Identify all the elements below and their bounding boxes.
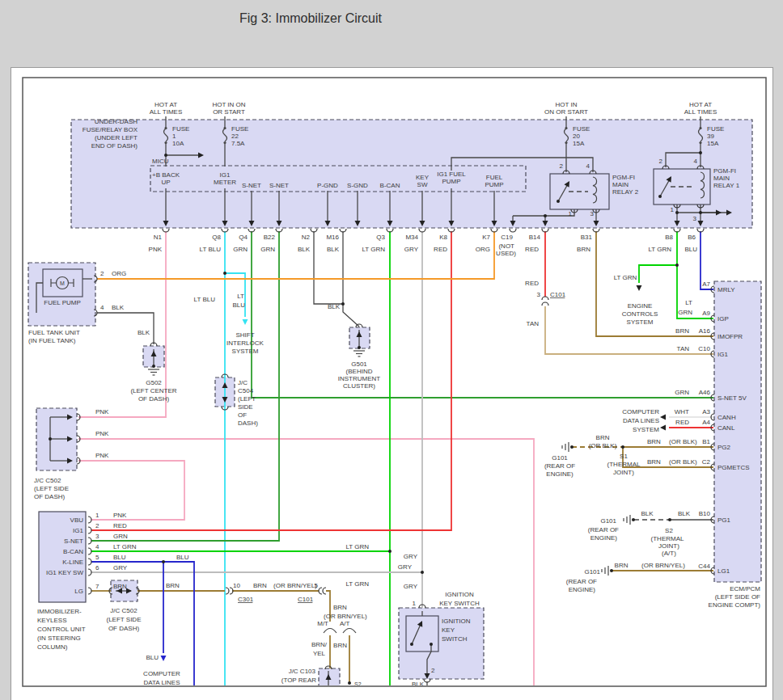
label: OF DASH) bbox=[108, 625, 140, 632]
junction-dot bbox=[675, 264, 679, 267]
label: 2 bbox=[659, 158, 663, 165]
label: KEY SWITCH bbox=[439, 600, 480, 607]
fuse-dot bbox=[699, 127, 701, 129]
junction-dot bbox=[544, 214, 547, 217]
label: LT GRN bbox=[362, 246, 385, 253]
label: IG1 KEY SW bbox=[46, 569, 84, 576]
label: 20 bbox=[573, 133, 580, 140]
label: B10 bbox=[699, 510, 711, 517]
label: RELAY 1 bbox=[713, 182, 740, 189]
label: SIDE bbox=[238, 403, 253, 411]
label: DATA LINES bbox=[623, 417, 659, 424]
label: SW bbox=[417, 181, 428, 188]
label: S-NET 5V bbox=[717, 394, 747, 402]
label: SYSTEM bbox=[633, 426, 659, 433]
label: KEY bbox=[416, 174, 430, 181]
label: S-GND bbox=[347, 182, 368, 189]
label: 15A bbox=[573, 140, 585, 147]
label: J/C C502 bbox=[34, 477, 61, 484]
label: IG1 FUEL bbox=[437, 171, 466, 178]
label: 1 bbox=[413, 600, 417, 607]
label: GRN bbox=[233, 246, 248, 253]
label: (OR BRN/YEL) bbox=[641, 562, 685, 569]
label: A9 bbox=[702, 310, 710, 317]
label: (LEFT CENTER bbox=[130, 387, 176, 394]
label: BRN bbox=[596, 434, 610, 441]
label: BLU bbox=[146, 654, 159, 661]
label: 4 bbox=[100, 304, 104, 311]
label: (IN STEERING bbox=[37, 635, 81, 642]
label: ALL TIMES bbox=[150, 108, 182, 116]
label: C101 bbox=[298, 596, 314, 603]
label: LG bbox=[74, 588, 83, 595]
label: IGNITION bbox=[442, 618, 471, 625]
label: PG1 bbox=[717, 517, 731, 524]
label: S-NET bbox=[269, 182, 289, 189]
label: BRN bbox=[113, 583, 127, 590]
label: GRN bbox=[113, 533, 128, 540]
label: PNK bbox=[95, 408, 109, 415]
label: 4 bbox=[694, 158, 698, 165]
ecm-pcm-box bbox=[714, 281, 761, 582]
junction-dot bbox=[410, 643, 413, 646]
fuse-dot bbox=[164, 141, 167, 144]
label: 3 bbox=[693, 215, 697, 222]
label: FUSE/RELAY BOX bbox=[83, 126, 138, 133]
label: ENGINE) bbox=[590, 534, 618, 542]
label: RED bbox=[434, 246, 447, 253]
label: J/C C103 bbox=[289, 668, 316, 675]
junction-dot bbox=[699, 211, 702, 214]
label: IG1 bbox=[220, 171, 231, 179]
label: N1 bbox=[154, 234, 163, 241]
label: A3 bbox=[702, 408, 710, 415]
label: BRN bbox=[647, 438, 661, 445]
label: (THERMAL bbox=[607, 461, 641, 468]
label: LT GRN bbox=[614, 274, 637, 281]
label: TAN bbox=[527, 320, 540, 327]
label: J/C C502 bbox=[110, 607, 138, 614]
label: PG2 bbox=[717, 444, 731, 451]
label: SWITCH bbox=[442, 635, 468, 643]
label: WHT bbox=[675, 408, 689, 415]
junction-dot bbox=[341, 302, 345, 306]
label: 1 bbox=[172, 133, 176, 140]
label: PUMP bbox=[442, 178, 460, 185]
label: PNK bbox=[95, 430, 109, 437]
label: PGM-FI bbox=[612, 174, 635, 181]
label: C44 bbox=[698, 563, 710, 570]
junction-dot bbox=[358, 346, 361, 349]
label: LT GRN bbox=[345, 543, 369, 550]
label: (NOT bbox=[498, 242, 514, 250]
label: HOT IN ON bbox=[212, 101, 245, 108]
label: S2 bbox=[665, 527, 673, 534]
label: BRN bbox=[253, 582, 267, 589]
label: RELAY 2 bbox=[612, 188, 639, 196]
junction-dot bbox=[162, 560, 165, 563]
junction-dot bbox=[557, 200, 560, 203]
label: 4 bbox=[95, 543, 99, 550]
junction-dot bbox=[388, 550, 392, 553]
label: SHIFT bbox=[235, 331, 254, 339]
label: B14 bbox=[529, 234, 541, 241]
label: RED bbox=[525, 280, 539, 287]
label: 5 bbox=[315, 582, 319, 589]
label: G501 bbox=[351, 361, 367, 368]
label: BLK bbox=[641, 510, 654, 517]
label: BRN bbox=[577, 246, 590, 253]
label: BLK bbox=[678, 510, 691, 517]
label: BRN bbox=[647, 458, 661, 466]
junction-dot bbox=[421, 571, 424, 574]
label: KEY bbox=[442, 626, 455, 634]
label: (THERMAL bbox=[651, 535, 684, 542]
label: GRY bbox=[398, 563, 413, 571]
label: A16 bbox=[699, 327, 711, 335]
label: PNK bbox=[113, 512, 127, 519]
micu-box bbox=[150, 166, 526, 192]
label: A7 bbox=[702, 280, 710, 288]
label: MICU bbox=[152, 158, 169, 165]
label: LT bbox=[237, 293, 244, 300]
label: (UNDER LEFT bbox=[95, 134, 138, 141]
label: LT bbox=[685, 299, 692, 306]
label: ENGINE) bbox=[569, 586, 596, 593]
label: M16 bbox=[326, 234, 339, 241]
